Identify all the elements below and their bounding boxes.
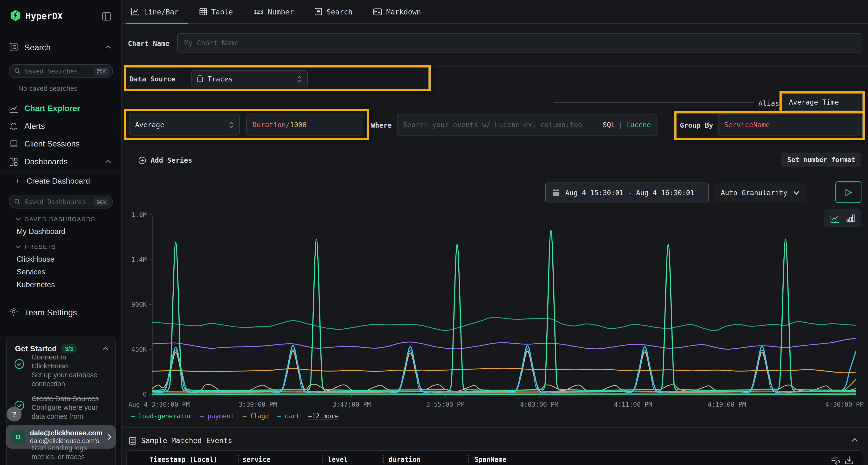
legend-item[interactable]: — cart: [277, 412, 300, 420]
chevron-down-icon: [16, 217, 21, 221]
svg-text:0: 0: [143, 391, 147, 398]
chart-explorer-icon: [9, 104, 18, 112]
tab-number[interactable]: 123 Number: [253, 0, 294, 23]
saved-searches-placeholder: Saved Searches: [24, 67, 94, 75]
main-content: Line/Bar Table 123 Number Search Markdow…: [122, 0, 868, 465]
sample-events-title: Sample Matched Events: [141, 437, 232, 445]
svg-text:900K: 900K: [131, 301, 147, 308]
group-presets[interactable]: PRESETS: [16, 243, 56, 250]
svg-text:3:39:00 PM: 3:39:00 PM: [239, 401, 277, 408]
svg-text:3:55:00 PM: 3:55:00 PM: [426, 401, 465, 408]
select-chevrons-icon: [297, 75, 302, 82]
sidebar-item-dashboards[interactable]: Dashboards: [0, 155, 122, 169]
where-label: Where: [371, 121, 392, 129]
create-dashboard-button[interactable]: + Create Dashboard: [16, 176, 90, 185]
chart-type-tabbar: Line/Bar Table 123 Number Search Markdow…: [122, 0, 868, 24]
tab-search[interactable]: Search: [314, 0, 352, 23]
lucene-toggle[interactable]: Lucene: [626, 121, 651, 129]
sidebar-item-team-settings[interactable]: Team Settings: [24, 308, 77, 317]
legend-item[interactable]: — flagd: [243, 412, 269, 420]
search-list-icon: [314, 8, 322, 15]
sidebar: HyperDX Search Saved Searches ⌘K No save…: [0, 0, 122, 465]
select-chevrons-icon: [229, 122, 234, 128]
alias-input[interactable]: [782, 94, 862, 110]
table-icon: [199, 8, 207, 15]
column-header-level[interactable]: level: [328, 456, 348, 464]
tab-markdown[interactable]: Markdown: [373, 0, 421, 23]
get-started-item2-desc: Configure where yourdata comes from: [32, 403, 99, 421]
help-button[interactable]: ?: [7, 407, 22, 422]
column-separator: [383, 455, 384, 463]
user-menu[interactable]: D dale@clickhouse.com dale@clickhouse.co…: [6, 425, 116, 449]
add-series-button[interactable]: Add Series: [138, 156, 192, 164]
aggregation-select[interactable]: Average: [129, 114, 240, 136]
search-section-icon: [9, 43, 18, 52]
saved-searches-input[interactable]: Saved Searches ⌘K: [9, 64, 113, 78]
chart-svg[interactable]: 0450K900K1.4M1.8MAug 4 3:30:00 PM3:39:00…: [122, 212, 868, 412]
group-saved-dashboards[interactable]: SAVED DASHBOARDS: [16, 215, 95, 222]
plus-icon: +: [16, 176, 20, 185]
set-number-format-button[interactable]: Set number format: [781, 153, 862, 167]
avatar: D: [10, 429, 26, 444]
legend-more-link[interactable]: +12 more: [308, 412, 339, 420]
laptop-icon: [9, 140, 18, 148]
chart-legend: — load-generator — payment — flagd — car…: [131, 412, 339, 420]
sidebar-item-alerts[interactable]: Alerts: [0, 119, 122, 133]
column-header-spanname[interactable]: SpanName: [474, 456, 506, 464]
chart-name-input[interactable]: [177, 33, 862, 53]
sql-toggle[interactable]: SQL: [603, 121, 615, 129]
sidebar-item-client-sessions[interactable]: Client Sessions: [0, 137, 122, 151]
dashboards-chevron-up-icon[interactable]: [105, 160, 111, 163]
divider: [0, 60, 122, 60]
sidebar-item-services[interactable]: Services: [17, 268, 45, 276]
gear-icon: [9, 307, 18, 317]
run-query-button[interactable]: [835, 181, 862, 203]
search-section-chevron-up-icon[interactable]: [105, 45, 111, 49]
wrap-lines-icon[interactable]: [831, 456, 840, 465]
alias-divider-line: [554, 102, 754, 103]
collapse-section-chevron-icon[interactable]: [851, 438, 858, 442]
granularity-select[interactable]: Auto Granularity: [714, 182, 806, 203]
user-sub-text: dale@clickhouse.com's: [30, 437, 107, 444]
saved-dashboards-input[interactable]: Saved Dashboards ⌘K: [9, 195, 113, 208]
svg-text:4:03:00 PM: 4:03:00 PM: [520, 401, 558, 408]
get-started-item1-desc: Set up your databaseconnection: [32, 371, 97, 388]
svg-text:450K: 450K: [131, 346, 147, 353]
hyperdx-logo-icon: [9, 9, 22, 22]
legend-item[interactable]: — payment: [200, 412, 235, 420]
field-expression-input[interactable]: Duration/1000: [246, 114, 363, 136]
get-started-badge: 3/3: [61, 344, 77, 353]
svg-text:1.8M: 1.8M: [131, 212, 147, 218]
alias-label: Alias: [758, 99, 779, 107]
date-range-picker[interactable]: Aug 4 15:30:01 - Aug 4 16:30:01: [546, 182, 709, 203]
sidebar-item-kubernetes[interactable]: Kubernetes: [17, 280, 55, 289]
column-separator: [238, 455, 239, 463]
tab-table[interactable]: Table: [199, 0, 233, 23]
column-header-timestamp[interactable]: Timestamp (Local): [150, 456, 217, 464]
column-header-service[interactable]: service: [243, 456, 271, 464]
column-header-duration[interactable]: duration: [389, 456, 421, 464]
line-chart-icon: [131, 8, 140, 15]
plus-circle-icon: [138, 156, 146, 164]
sidebar-section-search[interactable]: Search: [24, 43, 51, 52]
download-icon[interactable]: [845, 456, 854, 465]
get-started-chevron-up-icon[interactable]: [102, 347, 108, 350]
sidebar-collapse-icon[interactable]: [102, 11, 111, 21]
bell-icon: [9, 122, 18, 131]
group-by-input[interactable]: ServiceName: [718, 114, 862, 136]
tab-line-bar[interactable]: Line/Bar: [131, 0, 179, 23]
where-search-input[interactable]: Search your events w/ Lucene ex. column:…: [397, 114, 657, 136]
svg-text:4:19:00 PM: 4:19:00 PM: [708, 401, 746, 408]
data-source-select[interactable]: Traces: [191, 70, 308, 88]
events-table: Timestamp (Local) service level duration…: [126, 450, 864, 465]
sidebar-item-chart-explorer[interactable]: Chart Explorer: [0, 101, 122, 115]
search-icon: [14, 68, 21, 74]
field-token: Duration: [252, 121, 286, 129]
sidebar-item-clickhouse[interactable]: ClickHouse: [17, 255, 55, 263]
chevron-down-icon: [793, 191, 799, 194]
no-saved-searches-text: No saved searches: [18, 85, 78, 92]
chevron-down-icon: [16, 245, 21, 248]
user-email: dale@clickhouse.com: [30, 429, 107, 437]
sidebar-item-my-dashboard[interactable]: My Dashboard: [17, 227, 65, 236]
legend-item[interactable]: — load-generator: [131, 412, 192, 420]
